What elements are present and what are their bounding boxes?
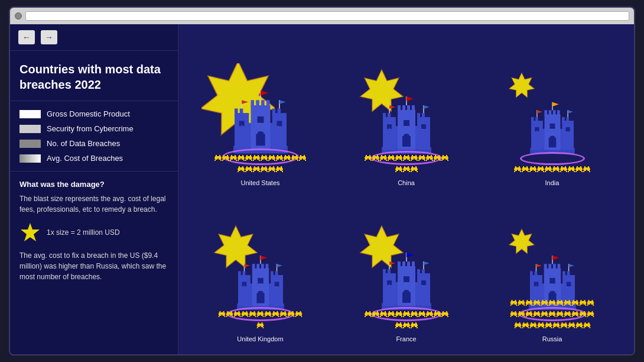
svg-rect-323 bbox=[531, 121, 543, 150]
svg-marker-26 bbox=[242, 100, 248, 104]
svg-rect-648 bbox=[419, 315, 421, 316]
svg-rect-667 bbox=[440, 316, 441, 317]
svg-rect-952 bbox=[557, 326, 559, 327]
svg-rect-29 bbox=[241, 125, 242, 126]
svg-rect-521 bbox=[273, 315, 275, 316]
svg-rect-395 bbox=[557, 170, 559, 171]
svg-rect-221 bbox=[372, 160, 373, 161]
invader-icon bbox=[545, 164, 552, 174]
svg-rect-80 bbox=[262, 155, 263, 156]
svg-rect-572 bbox=[407, 261, 410, 267]
svg-rect-778 bbox=[555, 305, 556, 306]
svg-rect-745 bbox=[518, 305, 519, 306]
svg-rect-639 bbox=[411, 313, 418, 315]
svg-rect-901 bbox=[588, 312, 594, 313]
back-button[interactable]: ← bbox=[18, 30, 35, 44]
svg-rect-239 bbox=[396, 155, 398, 156]
svg-rect-681 bbox=[399, 326, 402, 327]
svg-rect-853 bbox=[542, 312, 548, 313]
svg-rect-948 bbox=[557, 322, 558, 324]
svg-rect-767 bbox=[542, 303, 544, 305]
svg-rect-447 bbox=[256, 293, 264, 303]
svg-rect-941 bbox=[545, 324, 551, 325]
svg-rect-949 bbox=[553, 324, 559, 325]
svg-rect-811 bbox=[588, 300, 590, 301]
invader-icon bbox=[441, 153, 448, 163]
invader-icon bbox=[219, 309, 226, 319]
svg-rect-827 bbox=[519, 311, 521, 312]
castle-uk bbox=[232, 253, 288, 314]
svg-marker-582 bbox=[389, 261, 395, 265]
svg-rect-606 bbox=[380, 312, 386, 313]
svg-rect-180 bbox=[383, 117, 396, 150]
svg-rect-825 bbox=[510, 316, 512, 317]
svg-rect-372 bbox=[529, 171, 531, 172]
svg-rect-262 bbox=[417, 160, 418, 161]
invader-icon bbox=[226, 309, 233, 319]
svg-rect-803 bbox=[581, 300, 582, 301]
svg-rect-643 bbox=[417, 316, 418, 317]
svg-rect-404 bbox=[560, 171, 561, 172]
svg-rect-625 bbox=[399, 315, 402, 316]
svg-rect-107 bbox=[284, 157, 291, 159]
svg-rect-293 bbox=[441, 160, 443, 161]
invader-icon bbox=[261, 164, 268, 174]
svg-rect-678 bbox=[396, 324, 402, 325]
svg-rect-392 bbox=[553, 167, 559, 169]
svg-rect-780 bbox=[561, 300, 562, 301]
svg-rect-593 bbox=[369, 315, 371, 316]
svg-rect-848 bbox=[538, 315, 540, 316]
svg-rect-196 bbox=[421, 124, 426, 129]
svg-rect-921 bbox=[522, 327, 523, 328]
country-label-us: United States bbox=[240, 179, 279, 186]
svg-rect-761 bbox=[534, 305, 535, 306]
svg-rect-232 bbox=[392, 155, 393, 156]
svg-rect-216 bbox=[377, 155, 378, 156]
svg-rect-571 bbox=[402, 261, 405, 267]
svg-rect-514 bbox=[269, 315, 271, 316]
forward-button[interactable]: → bbox=[41, 30, 57, 44]
svg-rect-833 bbox=[518, 316, 519, 317]
svg-rect-465 bbox=[219, 315, 222, 316]
svg-rect-838 bbox=[526, 313, 533, 315]
invader-icon bbox=[257, 320, 264, 331]
svg-rect-477 bbox=[235, 311, 236, 312]
invaders-russia bbox=[509, 298, 595, 331]
svg-rect-616 bbox=[388, 315, 391, 316]
svg-rect-854 bbox=[541, 313, 548, 315]
svg-rect-102 bbox=[276, 160, 277, 161]
svg-rect-314 bbox=[411, 169, 418, 170]
invader-icon bbox=[514, 164, 521, 174]
svg-rect-382 bbox=[546, 166, 547, 167]
svg-rect-475 bbox=[226, 316, 227, 317]
invaders-us bbox=[213, 153, 308, 174]
svg-rect-405 bbox=[566, 171, 567, 172]
svg-rect-734 bbox=[510, 302, 518, 303]
svg-rect-474 bbox=[230, 315, 233, 316]
svg-rect-70 bbox=[245, 160, 246, 161]
svg-marker-342 bbox=[552, 102, 559, 106]
svg-rect-383 bbox=[549, 166, 551, 167]
svg-rect-879 bbox=[565, 315, 567, 316]
svg-rect-817 bbox=[587, 305, 588, 306]
svg-rect-153 bbox=[265, 166, 266, 167]
svg-rect-757 bbox=[534, 301, 540, 302]
svg-rect-194 bbox=[404, 134, 409, 137]
invader-icon bbox=[529, 164, 536, 174]
svg-rect-211 bbox=[365, 159, 367, 160]
svg-rect-174 bbox=[276, 171, 277, 172]
svg-rect-530 bbox=[284, 315, 287, 316]
country-cell-uk: United Kingdom bbox=[190, 192, 330, 342]
svg-rect-735 bbox=[511, 303, 513, 305]
svg-rect-541 bbox=[297, 311, 298, 312]
svg-rect-516 bbox=[271, 316, 272, 317]
svg-rect-784 bbox=[561, 303, 563, 305]
svg-rect-957 bbox=[561, 324, 567, 325]
legend-bar-breaches bbox=[19, 140, 41, 148]
svg-rect-285 bbox=[434, 160, 435, 161]
svg-rect-328 bbox=[531, 121, 543, 124]
svg-rect-972 bbox=[580, 322, 581, 324]
svg-rect-936 bbox=[541, 326, 544, 327]
invader-icon bbox=[580, 309, 587, 319]
svg-rect-626 bbox=[395, 316, 396, 317]
